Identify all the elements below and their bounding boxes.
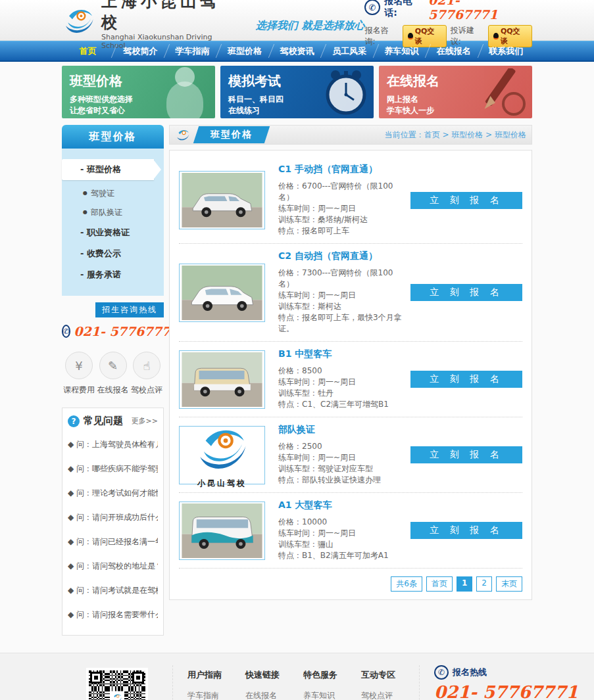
- faq-item[interactable]: ◆ 问：理论考试如何才能快...: [68, 481, 158, 505]
- sidebar-item-prices[interactable]: - 班型价格: [62, 159, 154, 180]
- qq-penguin-icon: [493, 33, 499, 39]
- pen-icon: ✎: [99, 352, 127, 379]
- nav-item-home[interactable]: 首页: [62, 41, 114, 60]
- course-title[interactable]: B1 中型客车: [278, 348, 404, 360]
- sidebar: 班型价格 - 班型价格 驾驶证 部队换证 - 职业资格证 - 收费公示 - 服务…: [62, 125, 164, 636]
- footer: 微信扫一扫，关注我们 用户指南 学车指南 班型介绍 地理位置 报名须知 快速链接…: [0, 653, 594, 700]
- wechat-qr-code: [86, 668, 148, 700]
- faq-more-link[interactable]: 更多>>: [132, 416, 158, 426]
- course-vehicle: 训练车型：驾驶证对应车型: [278, 463, 404, 475]
- course-title[interactable]: 部队换证: [278, 424, 404, 436]
- faq-item[interactable]: ◆ 问：请问已经报名满一年...: [68, 530, 158, 554]
- faq-title: 常见问题: [84, 415, 123, 427]
- course-vehicle: 训练车型：斯柯达: [278, 301, 404, 312]
- course-photo-bus: [179, 502, 265, 560]
- quick-icon-online-enroll[interactable]: ✎ 在线报名: [97, 352, 129, 396]
- sidebar-item-vocational-cert[interactable]: - 职业资格证: [62, 222, 164, 243]
- footer-link[interactable]: 驾校点评: [361, 690, 402, 700]
- course-title[interactable]: C2 自动挡（官网直通）: [278, 250, 404, 262]
- banner-mock-exam[interactable]: 模拟考试 科目一、科目四 在线练习: [220, 66, 374, 118]
- course-row-c2: C2 自动挡（官网直通） 价格：7300---官网特价（限100名） 练车时间：…: [179, 244, 522, 342]
- enroll-now-button[interactable]: 立 刻 报 名: [410, 284, 522, 301]
- quick-icon-school-review[interactable]: ☝ 驾校点评: [131, 352, 162, 396]
- course-time: 练车时间：周一~周日: [278, 377, 404, 388]
- nav-item-guide[interactable]: 学车指南: [166, 41, 218, 60]
- footer-link[interactable]: 在线报名: [245, 690, 286, 700]
- course-photo-school-logo: 小昆山驾校: [179, 426, 265, 484]
- course-row-c1: C1 手动挡（官网直通） 价格：6700---官网特价（限100名） 练车时间：…: [179, 157, 522, 244]
- faq-item[interactable]: ◆ 问：上海驾驶员体检有几...: [68, 432, 158, 457]
- footer-col-title: 快速链接: [245, 669, 286, 681]
- course-price: 价格：6700---官网特价（限100名）: [278, 181, 404, 203]
- course-title[interactable]: A1 大型客车: [278, 500, 404, 511]
- site-slogan: 选择我们 就是选择放心: [256, 19, 365, 33]
- sidebar-item-service-promise[interactable]: - 服务承诺: [62, 264, 164, 285]
- course-time: 练车时间：周一~周日: [278, 452, 404, 463]
- nav-item-prices[interactable]: 班型价格: [218, 41, 270, 60]
- footer-col-title: 互动专区: [361, 669, 402, 681]
- pagination: 共6条 首页 1 2 末页: [179, 569, 522, 592]
- enroll-now-button[interactable]: 立 刻 报 名: [410, 522, 522, 539]
- enroll-now-button[interactable]: 立 刻 报 名: [410, 371, 522, 388]
- footer-link-columns: 用户指南 学车指南 班型介绍 地理位置 报名须知 快速链接 在线报名 体验须知 …: [172, 665, 402, 700]
- footer-phone-number: 021- 57767771: [434, 682, 594, 700]
- faq-item[interactable]: ◆ 问：请问开班成功后什么...: [68, 505, 158, 530]
- footer-contact: ✆ 报名热线 021- 57767771 投诉电话：021-57761086 工…: [419, 665, 594, 700]
- faq-item[interactable]: ◆ 问：哪些疾病不能学驾驶...: [68, 457, 158, 481]
- banner-prices[interactable]: 班型价格 多种班型供您选择 让您省时又省心: [62, 66, 215, 118]
- banner-row: 班型价格 多种班型供您选择 让您省时又省心 模拟考试 科目一、科目四 在线练习: [62, 62, 532, 121]
- nav-item-about[interactable]: 驾校简介: [114, 41, 166, 60]
- faq-item[interactable]: ◆ 问：请问报名需要带什么...: [68, 603, 158, 627]
- sidebar-item-license[interactable]: 驾驶证: [62, 184, 164, 203]
- breadcrumb: 当前位置：首页 > 班型价格 > 班型价格: [385, 129, 526, 141]
- nav-item-contact[interactable]: 联系我们: [480, 41, 532, 60]
- sidebar-phone-number: 021- 57767771: [74, 324, 179, 338]
- sidebar-item-fee-publicity[interactable]: - 收费公示: [62, 243, 164, 264]
- course-row-b1: B1 中型客车 价格：8500 练车时间：周一~周日 训练车型：牡丹 特点：C1…: [179, 342, 522, 417]
- course-vehicle: 训练车型：骊山: [278, 539, 404, 550]
- nav-item-car-care[interactable]: 养车知识: [376, 41, 428, 60]
- phone-icon: ✆: [364, 0, 380, 15]
- course-feature: 特点：C1、C2满三年可增驾B1: [278, 399, 404, 410]
- pagination-last[interactable]: 末页: [496, 576, 522, 592]
- top-bar: 上海小昆山驾校 Shanghai Xiaokunshan Driving Sch…: [0, 0, 594, 41]
- pagination-page-2[interactable]: 2: [476, 576, 492, 592]
- nav-item-news[interactable]: 驾校资讯: [271, 41, 323, 60]
- banner-online-enroll[interactable]: 在线报名 网上报名 学车快人一步: [379, 66, 532, 118]
- quick-icon-course-fee[interactable]: ¥ 课程费用: [63, 352, 95, 396]
- hotline-badge: 招生咨询热线: [95, 302, 164, 317]
- section-title-tab: 班型价格: [193, 126, 270, 143]
- course-title[interactable]: C1 手动挡（官网直通）: [278, 164, 404, 175]
- course-price: 价格：7300---官网特价（限100名）: [278, 268, 404, 290]
- alarm-clock-icon: [322, 68, 370, 118]
- section-logo-icon: [175, 128, 191, 142]
- course-time: 练车时间：周一~周日: [278, 203, 404, 214]
- nav-item-staff[interactable]: 员工风采: [323, 41, 375, 60]
- main-nav: 首页 驾校简介 学车指南 班型价格 驾校资讯 员工风采 养车知识 在线报名 联系…: [0, 41, 594, 62]
- footer-hotline-label: 报名热线: [453, 666, 487, 678]
- operator-photo: [166, 82, 203, 118]
- phone-icon: ✆: [434, 665, 449, 680]
- nav-item-enroll[interactable]: 在线报名: [428, 41, 480, 60]
- footer-col-title: 用户指南: [187, 669, 228, 681]
- course-feature: 特点：部队转业换证快速办理: [278, 475, 404, 486]
- faq-item[interactable]: ◆ 问：请问考试就是在驾校...: [68, 578, 158, 603]
- pagination-first[interactable]: 首页: [426, 576, 453, 592]
- logo-swoosh-icon: [62, 4, 96, 37]
- course-photo-sedan: [179, 264, 265, 322]
- course-list: C1 手动挡（官网直通） 价格：6700---官网特价（限100名） 练车时间：…: [169, 150, 532, 600]
- faq-item[interactable]: ◆ 问：请问驾校的地址是？...: [68, 554, 158, 578]
- course-time: 练车时间：周一~周日: [278, 528, 404, 539]
- enroll-now-button[interactable]: 立 刻 报 名: [410, 192, 522, 209]
- phone-icon: ✆: [62, 325, 70, 338]
- course-time: 练车时间：周一~周日: [278, 290, 404, 301]
- pagination-page-1[interactable]: 1: [457, 576, 472, 592]
- quick-icons: ¥ 课程费用 ✎ 在线报名 ☝ 驾校点评: [62, 341, 164, 396]
- enroll-now-button[interactable]: 立 刻 报 名: [410, 446, 522, 463]
- sidebar-item-army-exchange[interactable]: 部队换证: [62, 203, 164, 222]
- course-vehicle: 训练车型：牡丹: [278, 388, 404, 399]
- course-feature: 特点：报名即可上车，最快3个月拿证。: [278, 312, 404, 335]
- footer-link[interactable]: 养车知识: [303, 690, 344, 700]
- qr-center-logo: [110, 691, 124, 700]
- footer-link[interactable]: 学车指南: [187, 690, 228, 700]
